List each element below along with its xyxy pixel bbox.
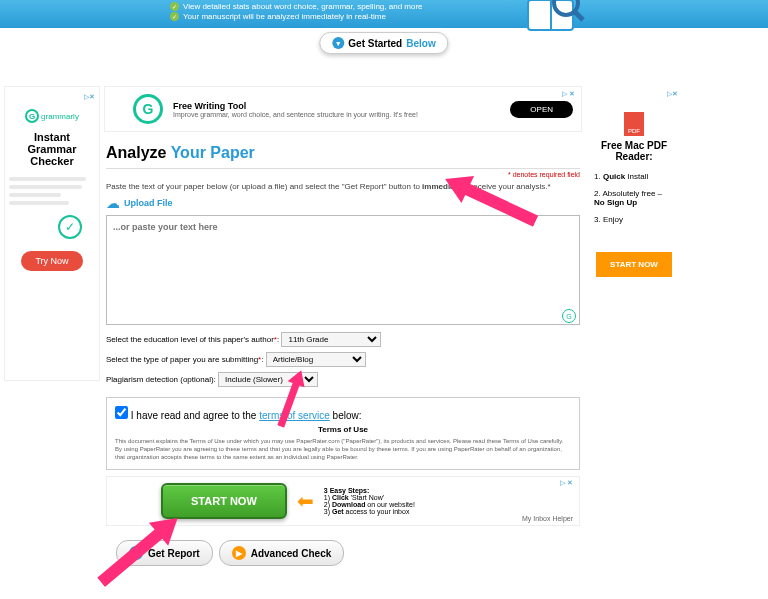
- check-icon: ✓: [170, 12, 179, 21]
- text-bars-icon: [9, 177, 95, 205]
- education-level-row: Select the education level of this paper…: [106, 332, 580, 347]
- paper-type-select[interactable]: Article/Blog: [266, 352, 366, 367]
- magnifier-book-icon: [518, 0, 588, 35]
- top-banner: ✓View detailed stats about word choice, …: [0, 0, 768, 28]
- svg-rect-1: [550, 0, 552, 30]
- left-ad-heading: Instant Grammar Checker: [9, 131, 95, 167]
- adchoices-icon[interactable]: ▷ ✕: [560, 479, 573, 487]
- check-circle-icon: ✓: [58, 215, 82, 239]
- bullet-text: Your manuscript will be analyzed immedia…: [183, 12, 386, 21]
- get-started-label: Get Started: [348, 38, 402, 49]
- adchoices-icon[interactable]: ▷✕: [9, 93, 95, 101]
- pdf-file-icon: PDF: [624, 112, 644, 136]
- inbox-helper-label: My Inbox Helper: [522, 515, 573, 522]
- adchoices-icon[interactable]: ▷✕: [590, 90, 678, 98]
- plagiarism-row: Plagiarism detection (optional): Include…: [106, 372, 580, 387]
- tos-checkbox[interactable]: [115, 406, 128, 419]
- try-now-button[interactable]: Try Now: [21, 251, 82, 271]
- required-note: * denotes required field: [106, 171, 580, 178]
- right-ad-panel: ▷✕ PDF Free Mac PDF Reader: 1. Quick Ins…: [586, 86, 682, 578]
- check-icon: ✓: [170, 2, 179, 11]
- paper-type-row: Select the type of paper you are submitt…: [106, 352, 580, 367]
- ad-subtitle: Improve grammar, word choice, and senten…: [173, 111, 500, 118]
- grammarly-logo: G grammarly: [9, 109, 95, 123]
- ad-title: Free Writing Tool: [173, 101, 500, 111]
- analyze-heading: Analyze Your Paper: [106, 144, 580, 162]
- adchoices-icon[interactable]: ▷ ✕: [562, 90, 575, 98]
- play-icon: ▶: [232, 546, 246, 560]
- arrow-left-icon: ⬅: [297, 489, 314, 513]
- action-buttons: ▶ Get Report ▶ Advanced Check: [116, 540, 580, 566]
- open-button[interactable]: OPEN: [510, 101, 573, 118]
- main-content: G Free Writing Tool Improve grammar, wor…: [104, 86, 582, 578]
- cloud-upload-icon: ☁: [106, 195, 120, 211]
- right-ad-list: 1. Quick Install 2. Absolutely free –No …: [590, 172, 678, 224]
- left-ad-panel: ▷✕ G grammarly Instant Grammar Checker ✓…: [4, 86, 100, 381]
- tos-heading: Terms of Use: [115, 425, 571, 434]
- chevron-down-icon: ▼: [332, 37, 344, 49]
- below-label: Below: [406, 38, 435, 49]
- top-ad-banner[interactable]: G Free Writing Tool Improve grammar, wor…: [104, 86, 582, 132]
- svg-line-3: [574, 11, 583, 20]
- banner-bullets: ✓View detailed stats about word choice, …: [170, 0, 748, 21]
- tos-agree-row: I have read and agree to the terms of se…: [115, 406, 571, 421]
- tos-text: This document explains the Terms of Use …: [115, 438, 571, 461]
- advanced-check-button[interactable]: ▶ Advanced Check: [219, 540, 345, 566]
- start-now-button[interactable]: START NOW: [596, 252, 672, 277]
- start-now-button[interactable]: START NOW: [161, 483, 287, 519]
- get-started-button[interactable]: ▼ Get Started Below: [319, 32, 448, 54]
- bullet-text: View detailed stats about word choice, g…: [183, 2, 423, 11]
- divider: [106, 168, 580, 169]
- education-select[interactable]: 11th Grade: [281, 332, 381, 347]
- terms-box: I have read and agree to the terms of se…: [106, 397, 580, 470]
- grammarly-indicator-icon[interactable]: G: [562, 309, 576, 323]
- grammarly-g-icon: G: [133, 94, 163, 124]
- right-ad-title: Free Mac PDF Reader:: [590, 140, 678, 162]
- steps-list: 3 Easy Steps: 1) Click 'Start Now' 2) Do…: [324, 487, 415, 515]
- grammarly-g-icon: G: [25, 109, 39, 123]
